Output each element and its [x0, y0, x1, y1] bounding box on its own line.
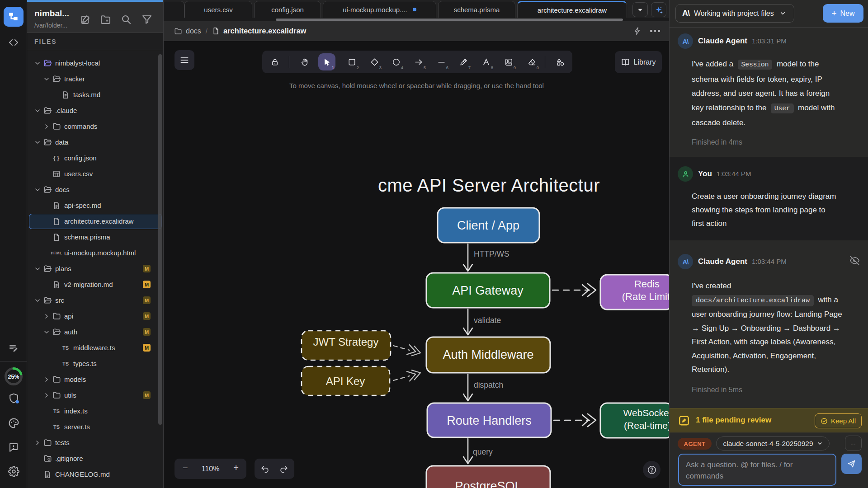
svg-text:Route Handlers: Route Handlers — [447, 414, 532, 427]
svg-text:HTTP/WS: HTTP/WS — [474, 249, 509, 258]
svg-text:PostgreSQL: PostgreSQL — [455, 479, 521, 488]
svg-text:(Real-time): (Real-time) — [624, 420, 670, 431]
svg-text:cme API Server Architectur: cme API Server Architectur — [378, 175, 600, 195]
svg-text:25%: 25% — [8, 374, 19, 380]
svg-text:WebSocket: WebSocket — [623, 408, 670, 418]
svg-text:dispatch: dispatch — [474, 380, 503, 389]
svg-text:API Gateway: API Gateway — [452, 284, 524, 297]
svg-text:API Key: API Key — [326, 375, 365, 387]
svg-text:query: query — [473, 447, 493, 456]
svg-text:Auth Middleware: Auth Middleware — [443, 348, 533, 361]
svg-text:JWT Strategy: JWT Strategy — [313, 336, 379, 348]
svg-text:Client / App: Client / App — [457, 219, 519, 232]
svg-text:(Rate Limite: (Rate Limite — [622, 291, 670, 302]
svg-text:validate: validate — [474, 316, 501, 325]
svg-text:Redis: Redis — [634, 278, 660, 290]
